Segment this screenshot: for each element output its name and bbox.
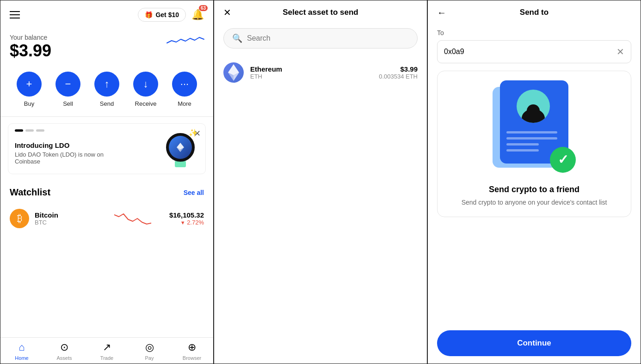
watchlist-header: Watchlist See all <box>10 187 204 198</box>
nav-browser[interactable]: ⊕ Browser <box>171 341 213 361</box>
send-to-title: Send to <box>520 8 549 17</box>
continue-button[interactable]: Continue <box>437 330 631 356</box>
watchlist-title: Watchlist <box>10 187 50 198</box>
send-friend-card: ✓ Send crypto to a friend Send crypto to… <box>437 71 631 217</box>
promo-dots <box>15 129 44 132</box>
assets-nav-icon: ⊙ <box>60 341 68 353</box>
ethereum-crypto: 0.003534 ETH <box>379 73 418 80</box>
send-circle: ↑ <box>94 72 119 97</box>
pay-nav-label: Pay <box>145 355 154 361</box>
bottom-nav: ⌂ Home ⊙ Assets ↗ Trade ◎ Pay ⊕ Browser <box>0 337 213 364</box>
sell-circle: − <box>55 72 80 97</box>
sell-action[interactable]: − Sell <box>55 72 80 107</box>
search-bar[interactable]: 🔍 <box>223 28 418 49</box>
ethereum-price-info: $3.99 0.003534 ETH <box>379 65 418 80</box>
checkmark-circle: ✓ <box>550 147 576 173</box>
sell-label: Sell <box>63 100 73 107</box>
bitcoin-name: Bitcoin <box>35 211 96 219</box>
contact-avatar <box>517 90 550 123</box>
menu-button[interactable] <box>10 11 20 18</box>
buy-label: Buy <box>24 100 34 107</box>
select-asset-title: Select asset to send <box>283 8 358 17</box>
nav-pay[interactable]: ◎ Pay <box>128 341 171 361</box>
receive-action[interactable]: ↓ Receive <box>133 72 158 107</box>
back-button[interactable]: ← <box>437 7 446 18</box>
card-line-1 <box>506 131 557 133</box>
more-action[interactable]: ··· More <box>172 72 197 107</box>
assets-nav-label: Assets <box>56 355 72 361</box>
balance-section: Your balance $3.99 <box>0 29 213 68</box>
more-circle: ··· <box>172 72 197 97</box>
browser-nav-label: Browser <box>183 355 201 361</box>
ethereum-info: Ethereum ETH <box>250 65 372 80</box>
bitcoin-chart <box>102 210 163 227</box>
promo-text: Introducing LDO Lido DAO Token (LDO) is … <box>15 141 107 165</box>
trade-nav-icon: ↗ <box>103 341 111 353</box>
dot-1 <box>15 129 23 132</box>
receive-circle: ↓ <box>133 72 158 97</box>
home-nav-icon: ⌂ <box>18 341 25 353</box>
send-friend-title: Send crypto to a friend <box>489 185 579 194</box>
buy-action[interactable]: + Buy <box>17 72 42 107</box>
send-to-header: ← Send to <box>428 0 641 24</box>
promo-banner: ✕ Introducing LDO Lido DAO Token (LDO) i… <box>8 123 206 174</box>
search-icon: 🔍 <box>232 33 242 43</box>
trade-nav-label: Trade <box>100 355 113 361</box>
buy-circle: + <box>17 72 42 97</box>
friend-illustration: ✓ <box>488 80 580 177</box>
send-to-panel: ← Send to To 0x0a9 ✕ <box>427 0 641 364</box>
bitcoin-price-info: $16,105.32 ▼ 2.72% <box>169 211 204 226</box>
ethereum-name: Ethereum <box>250 65 372 73</box>
more-label: More <box>178 100 191 107</box>
get-money-label: Get $10 <box>155 11 179 18</box>
select-asset-panel: ✕ Select asset to send 🔍 Ethereum ETH $3… <box>214 0 427 364</box>
send-friend-description: Send crypto to anyone on your device's c… <box>462 198 607 207</box>
dot-2 <box>25 129 34 132</box>
bitcoin-info: Bitcoin BTC <box>35 211 96 226</box>
nav-trade[interactable]: ↗ Trade <box>86 341 128 361</box>
pay-nav-icon: ◎ <box>145 341 154 353</box>
send-label: Send <box>100 100 114 107</box>
watchlist-section: Watchlist See all ₿ Bitcoin BTC $16,105.… <box>0 181 213 237</box>
ethereum-ticker: ETH <box>250 73 372 80</box>
send-to-content: To 0x0a9 ✕ <box>428 24 641 323</box>
home-header: 🎁 Get $10 🔔 63 <box>0 0 213 29</box>
address-input-wrapper[interactable]: 0x0a9 ✕ <box>437 40 631 63</box>
card-line-2 <box>506 137 557 140</box>
dot-3 <box>36 129 44 132</box>
sparkline-chart <box>167 34 204 54</box>
gift-icon: 🎁 <box>145 11 153 18</box>
promo-image: ✨ <box>162 130 199 167</box>
get-money-button[interactable]: 🎁 Get $10 <box>138 8 186 22</box>
nav-home[interactable]: ⌂ Home <box>0 341 43 361</box>
ethereum-icon <box>223 62 244 83</box>
search-input[interactable] <box>247 34 409 42</box>
receive-label: Receive <box>135 100 157 107</box>
action-buttons: + Buy − Sell ↑ Send ↓ Receive ··· More <box>0 68 213 116</box>
notification-button[interactable]: 🔔 63 <box>191 9 204 21</box>
browser-nav-icon: ⊕ <box>188 341 196 353</box>
home-panel: 🎁 Get $10 🔔 63 Your balance $3.99 + Buy … <box>0 0 214 364</box>
select-asset-header: ✕ Select asset to send <box>214 0 427 24</box>
promo-description: Lido DAO Token (LDO) is now on Coinbase <box>15 151 107 165</box>
bitcoin-row[interactable]: ₿ Bitcoin BTC $16,105.32 ▼ 2.72% <box>10 204 204 233</box>
card-line-3 <box>506 143 539 146</box>
address-value: 0x0a9 <box>444 48 464 56</box>
to-label: To <box>437 29 631 36</box>
promo-title: Introducing LDO <box>15 141 107 149</box>
header-right: 🎁 Get $10 🔔 63 <box>138 8 204 22</box>
bitcoin-price: $16,105.32 <box>169 211 204 219</box>
ethereum-usd: $3.99 <box>379 65 418 73</box>
notification-badge: 63 <box>199 5 208 11</box>
card-line-4 <box>506 149 539 152</box>
ethereum-asset-row[interactable]: Ethereum ETH $3.99 0.003534 ETH <box>214 56 427 89</box>
clear-address-button[interactable]: ✕ <box>616 46 624 57</box>
card-lines <box>506 131 557 152</box>
bitcoin-icon: ₿ <box>10 209 29 228</box>
nav-assets[interactable]: ⊙ Assets <box>43 341 86 361</box>
send-action[interactable]: ↑ Send <box>94 72 119 107</box>
see-all-button[interactable]: See all <box>184 189 204 196</box>
home-nav-label: Home <box>15 355 28 361</box>
close-button[interactable]: ✕ <box>223 7 231 18</box>
bitcoin-ticker: BTC <box>35 219 96 226</box>
